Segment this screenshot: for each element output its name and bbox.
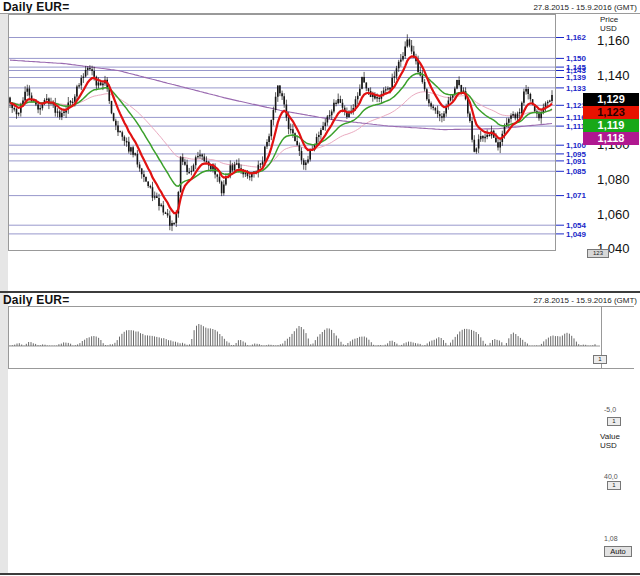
value-axis-unit-line: Value <box>600 432 620 441</box>
rsi-panel-canvas[interactable] <box>0 427 640 494</box>
chart-separator <box>0 291 640 293</box>
value-axis-unit: Value USD <box>600 432 620 450</box>
top-time-axis <box>0 252 640 280</box>
price-badge: 1,119 <box>583 119 639 132</box>
price-badge: 1,129 <box>583 93 639 106</box>
price-badge: 1,123 <box>583 106 639 119</box>
price-badge: 1,118 <box>583 132 639 145</box>
macd-panel-canvas[interactable] <box>0 306 640 369</box>
fx-charting-terminal: Daily EUR= 27.8.2015 - 15.9.2016 (GMT) 1… <box>0 0 640 576</box>
support-level-label: 1,049 <box>566 230 587 239</box>
support-level-label: 1,071 <box>566 191 587 200</box>
y-axis-tick-label: 1,140 <box>597 68 630 83</box>
rsi-axis-label: 40,0 <box>604 473 618 480</box>
y-axis-tick-label: 1,080 <box>597 172 630 187</box>
support-level-label: 1,133 <box>566 84 587 93</box>
price-chart-canvas[interactable]: 1,1621,1501,1451,1431,1391,1331,1231,116… <box>0 0 640 292</box>
price-axis-unit: Price USD <box>600 15 618 33</box>
roc-axis-label: -5,0 <box>604 406 616 413</box>
support-level-label: 1,162 <box>566 33 587 42</box>
support-level-label: 1,085 <box>566 167 587 176</box>
roc-panel-canvas[interactable] <box>0 369 640 427</box>
bottom-border <box>0 573 640 575</box>
y-axis-tick-label: 1,060 <box>597 207 630 222</box>
bottom-chart-date-range: 27.8.2015 - 15.9.2016 (GMT) <box>533 296 637 305</box>
bband-axis-label: 1,08 <box>604 535 618 542</box>
support-level-label: 1,091 <box>566 157 587 166</box>
support-level-label: 1,139 <box>566 73 587 82</box>
price-axis-unit-line: USD <box>600 24 618 33</box>
y-axis-tick-label: 1,160 <box>597 33 630 48</box>
rsi-scale-button[interactable]: 1 <box>607 481 621 490</box>
bband-panel-canvas[interactable] <box>0 494 640 543</box>
value-axis-unit-line: USD <box>600 441 620 450</box>
bottom-time-axis <box>0 545 640 573</box>
macd-scale-button[interactable]: 1 <box>593 355 607 364</box>
bottom-chart-title: Daily EUR= <box>3 293 69 307</box>
support-level-label: 1,054 <box>566 221 587 230</box>
roc-scale-button[interactable]: 1 <box>607 417 621 426</box>
price-axis-unit-line: Price <box>600 15 618 24</box>
support-level-label: 1,150 <box>566 54 587 63</box>
